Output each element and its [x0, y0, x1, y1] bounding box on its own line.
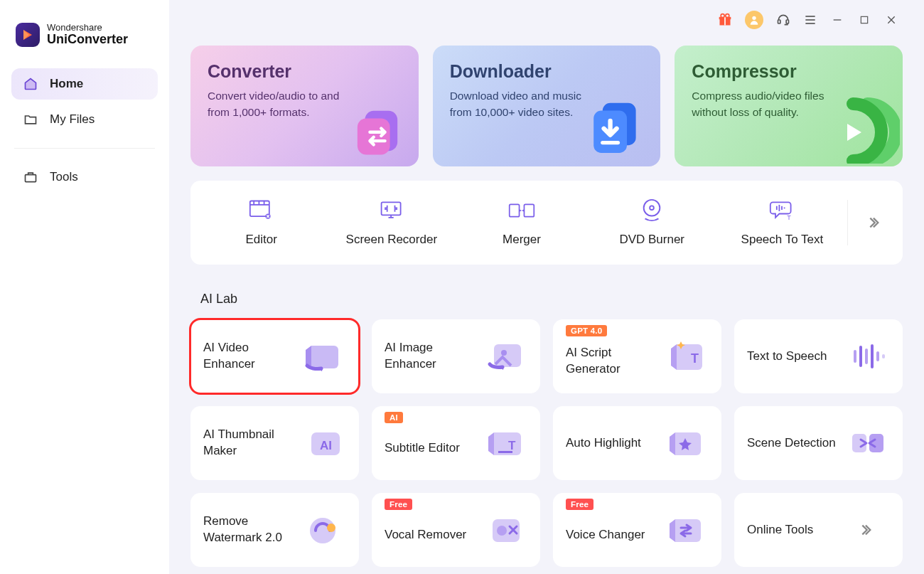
support-icon[interactable] — [776, 13, 790, 27]
maximize-button[interactable] — [857, 13, 871, 27]
card-label: AI Script Generator — [566, 345, 658, 378]
toolbox-icon — [23, 170, 38, 184]
svg-rect-7 — [778, 20, 780, 23]
editor-icon — [249, 198, 274, 223]
user-avatar[interactable] — [745, 11, 763, 29]
hero-card-compressor[interactable]: Compressor Compress audio/video files wi… — [675, 46, 903, 166]
main-content: Converter Convert video/audio to and fro… — [169, 0, 924, 574]
svg-rect-45 — [871, 344, 874, 368]
svg-rect-30 — [510, 204, 520, 216]
svg-rect-3 — [724, 17, 726, 26]
section-title-ailab: AI Lab — [200, 292, 903, 307]
brand-top: Wondershare — [47, 23, 128, 33]
tool-label: DVD Burner — [619, 233, 684, 247]
card-label: AI Video Enhancer — [203, 340, 296, 373]
card-label: Online Tools — [747, 522, 813, 538]
brand-bottom: UniConverter — [47, 33, 128, 47]
card-ai-image-enhancer[interactable]: AI Image Enhancer — [372, 319, 540, 393]
speech-to-text-icon: T — [769, 198, 795, 223]
badge-ai: AI — [385, 412, 403, 423]
hero-title: Compressor — [692, 61, 886, 82]
sidebar-divider — [14, 148, 155, 149]
app-logo: Wondershare UniConverter — [11, 23, 158, 47]
minimize-button[interactable] — [830, 13, 844, 27]
scene-icon — [846, 425, 890, 462]
tool-label: Speech To Text — [741, 233, 824, 247]
card-online-tools[interactable]: Online Tools — [734, 493, 903, 567]
svg-rect-13 — [861, 16, 867, 23]
svg-point-6 — [752, 16, 756, 20]
svg-rect-52 — [852, 434, 866, 452]
subtitle-icon: T — [483, 425, 527, 462]
card-text-to-speech[interactable]: Text to Speech — [734, 319, 903, 393]
image-enhance-icon — [483, 338, 527, 375]
svg-rect-31 — [524, 204, 534, 216]
tool-label: Merger — [503, 233, 541, 247]
tool-row: Editor Screen Recorder Merger DVD Burner — [190, 181, 903, 265]
hero-desc: Compress audio/video files without loss … — [692, 87, 848, 121]
card-scene-detection[interactable]: Scene Detection — [734, 406, 903, 480]
tool-editor[interactable]: Editor — [196, 198, 326, 247]
sidebar-item-home[interactable]: Home — [11, 68, 158, 100]
svg-rect-46 — [876, 351, 879, 361]
card-ai-script-generator[interactable]: GPT 4.0 AI Script Generator T — [553, 319, 721, 393]
card-label: AI Image Enhancer — [385, 340, 477, 373]
tool-label: Screen Recorder — [346, 233, 438, 247]
sidebar-item-myfiles[interactable]: My Files — [11, 104, 158, 135]
card-auto-highlight[interactable]: Auto Highlight — [553, 406, 721, 480]
sidebar: Wondershare UniConverter Home My Files T… — [0, 0, 169, 574]
tool-merger[interactable]: Merger — [456, 198, 586, 247]
svg-rect-0 — [26, 175, 36, 182]
close-button[interactable] — [884, 13, 898, 27]
thumbnail-icon: AI — [302, 425, 346, 462]
home-icon — [23, 77, 38, 91]
hero-title: Downloader — [450, 61, 644, 82]
card-label: Voice Changer — [566, 527, 645, 543]
svg-rect-27 — [381, 202, 400, 215]
merger-icon — [508, 198, 535, 223]
watermark-icon — [302, 511, 346, 548]
hero-row: Converter Convert video/audio to and fro… — [190, 46, 903, 166]
converter-icon — [346, 100, 409, 162]
compressor-icon — [829, 92, 900, 164]
video-enhance-icon — [302, 338, 346, 375]
script-icon: T — [665, 338, 709, 375]
svg-point-40 — [501, 350, 507, 356]
gift-icon[interactable] — [718, 13, 732, 27]
hero-card-downloader[interactable]: Downloader Download video and music from… — [433, 46, 661, 166]
sidebar-item-label: My Files — [50, 112, 95, 127]
tool-dvdburner[interactable]: DVD Burner — [587, 198, 717, 247]
svg-text:T: T — [508, 439, 516, 452]
svg-point-57 — [497, 526, 507, 536]
vocal-remover-icon — [483, 511, 527, 548]
svg-rect-43 — [859, 346, 862, 367]
svg-rect-53 — [869, 434, 883, 452]
card-label: Auto Highlight — [566, 435, 641, 452]
svg-point-32 — [644, 200, 660, 216]
highlight-icon — [665, 425, 709, 462]
card-subtitle-editor[interactable]: AI Subtitle Editor T — [372, 406, 540, 480]
svg-point-5 — [726, 14, 729, 18]
card-voice-changer[interactable]: Free Voice Changer — [553, 493, 721, 567]
tool-label: Editor — [245, 233, 276, 247]
card-remove-watermark[interactable]: Remove Watermark 2.0 — [190, 493, 359, 567]
card-label: Remove Watermark 2.0 — [203, 514, 296, 546]
badge-free: Free — [566, 499, 593, 510]
tool-more-button[interactable] — [847, 200, 897, 245]
tool-screenrecorder[interactable]: Screen Recorder — [326, 198, 456, 247]
card-ai-thumbnail-maker[interactable]: AI Thumbnail Maker AI — [190, 406, 359, 480]
card-label: Subtitle Editor — [385, 440, 460, 457]
badge-free: Free — [385, 499, 412, 510]
tool-speechtotext[interactable]: T Speech To Text — [717, 198, 847, 247]
sidebar-item-tools[interactable]: Tools — [11, 161, 158, 193]
card-ai-video-enhancer[interactable]: AI Video Enhancer — [190, 319, 359, 393]
svg-rect-44 — [865, 349, 868, 364]
menu-icon[interactable] — [803, 13, 817, 27]
svg-rect-47 — [882, 354, 885, 358]
hero-card-converter[interactable]: Converter Convert video/audio to and fro… — [190, 46, 419, 166]
logo-icon — [16, 23, 40, 47]
svg-text:T: T — [788, 215, 792, 222]
ailab-grid: AI Video Enhancer AI Image Enhancer GPT … — [190, 319, 903, 567]
card-vocal-remover[interactable]: Free Vocal Remover — [372, 493, 540, 567]
card-label: Scene Detection — [747, 435, 836, 452]
